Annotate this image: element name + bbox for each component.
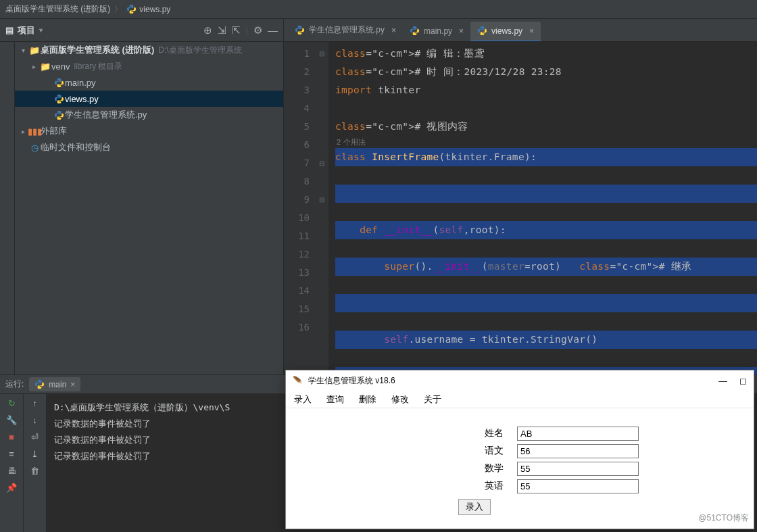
tree-label: 桌面版学生管理系统 (进阶版) [41, 44, 154, 56]
print-icon[interactable]: 🖶 [7, 466, 16, 476]
expand-all-icon[interactable]: ⇲ [218, 24, 226, 37]
form: 姓名语文数学英语 [286, 408, 754, 495]
layout-icon[interactable]: ≡ [9, 449, 14, 459]
tab-file[interactable]: views.py × [470, 22, 541, 41]
menu-item[interactable]: 查询 [326, 393, 344, 406]
field-label: 语文 [462, 445, 504, 457]
python-icon [126, 4, 137, 14]
menu-item[interactable]: 关于 [424, 393, 441, 406]
folder-icon: 📁 [39, 62, 51, 72]
left-gutter [0, 42, 15, 374]
text-input[interactable] [517, 462, 639, 476]
chevron-right-icon[interactable]: ▸ [28, 63, 39, 70]
code-area[interactable]: class="c-cm"># 编 辑：墨鸢 class="c-cm"># 时 间… [328, 42, 757, 374]
python-icon [410, 26, 420, 36]
tree-path: D:\桌面版学生管理系统 [158, 45, 241, 56]
window-title: 学生信息管理系统 v18.6 [308, 375, 395, 387]
submit-button[interactable]: 录入 [458, 499, 491, 515]
tree-scratches[interactable]: ◷ 临时文件和控制台 [15, 139, 283, 155]
project-panel-title: 项目 [18, 24, 35, 37]
menu-item[interactable]: 录入 [294, 393, 312, 406]
scroll-end-icon[interactable]: ⤓ [31, 449, 39, 459]
close-icon[interactable]: × [459, 26, 464, 36]
menu-item[interactable]: 修改 [391, 393, 409, 406]
tree-file[interactable]: 学生信息管理系统.py [15, 107, 283, 123]
tab-file[interactable]: main.py × [403, 22, 470, 41]
project-tree[interactable]: ▾ 📁 桌面版学生管理系统 (进阶版) D:\桌面版学生管理系统 ▸ 📁 ven… [15, 42, 284, 374]
tree-root[interactable]: ▾ 📁 桌面版学生管理系统 (进阶版) D:\桌面版学生管理系统 [15, 42, 283, 58]
fold-gutter[interactable]: ⊟⊟⊟ [315, 42, 328, 374]
folder-icon: 📁 [28, 45, 41, 55]
text-input[interactable] [517, 444, 639, 458]
run-toolbar-left: ↻ 🔧 ■ ≡ 🖶 📌 [0, 394, 23, 532]
pin-icon[interactable]: 📌 [6, 483, 17, 493]
python-icon [34, 379, 45, 389]
run-title: 运行: [5, 379, 24, 390]
feather-icon: 🪶 [293, 376, 303, 385]
python-icon [477, 26, 487, 36]
soft-wrap-icon[interactable]: ⏎ [31, 432, 39, 442]
tree-folder[interactable]: ▸ 📁 venv library 根目录 [15, 58, 283, 74]
library-icon: ▮▮▮ [28, 126, 41, 137]
collapse-all-icon[interactable]: ⇱ [232, 24, 241, 37]
python-icon [53, 78, 65, 88]
python-icon [295, 25, 305, 35]
tree-file[interactable]: main.py [15, 74, 283, 91]
hide-panel-icon[interactable]: — [268, 24, 278, 36]
close-icon[interactable]: × [529, 26, 534, 36]
field-label: 姓名 [462, 427, 504, 439]
window-titlebar[interactable]: 🪶 学生信息管理系统 v18.6 — ◻ [286, 370, 754, 391]
field-label: 英语 [462, 480, 504, 492]
chevron-down-icon[interactable]: ▾ [18, 47, 28, 54]
run-tab[interactable]: main × [29, 377, 80, 391]
tree-label: 外部库 [41, 125, 67, 137]
maximize-icon[interactable]: ◻ [739, 376, 747, 386]
run-tab-label: main [49, 380, 66, 389]
tree-label: venv [51, 62, 70, 72]
tab-label: views.py [491, 26, 522, 36]
watermark: @51CTO博客 [698, 512, 749, 524]
minimize-icon[interactable]: — [718, 376, 727, 386]
chevron-right-icon: 〉 [114, 3, 122, 15]
menu-item[interactable]: 删除 [359, 393, 376, 406]
scratches-icon: ◷ [28, 143, 41, 153]
breadcrumb: 桌面版学生管理系统 (进阶版) 〉 views.py [0, 0, 757, 19]
breadcrumb-item[interactable]: 桌面版学生管理系统 (进阶版) [5, 3, 110, 15]
gear-icon[interactable]: ⚙ [253, 24, 262, 37]
run-toolbar-inner: ↑ ↓ ⏎ ⤓ 🗑 [23, 394, 46, 532]
tree-file[interactable]: views.py [15, 91, 283, 107]
up-icon[interactable]: ↑ [32, 398, 37, 408]
app-window: 🪶 学生信息管理系统 v18.6 — ◻ 录入查询删除修改关于 姓名语文数学英语… [285, 370, 754, 529]
breadcrumb-item[interactable]: views.py [139, 5, 170, 14]
rerun-icon[interactable]: ↻ [8, 398, 16, 408]
tab-label: main.py [424, 26, 452, 36]
text-input[interactable] [517, 427, 639, 441]
project-panel-header: ▤ 项目 ▾ ⊕ ⇲ ⇱ | ⚙ — [0, 19, 284, 41]
tree-label: 临时文件和控制台 [41, 141, 111, 153]
python-icon [53, 110, 65, 120]
locate-icon[interactable]: ⊕ [203, 24, 212, 37]
tree-external-libs[interactable]: ▸ ▮▮▮ 外部库 [15, 123, 283, 139]
trash-icon[interactable]: 🗑 [30, 466, 39, 476]
python-icon [53, 94, 65, 104]
editor-tabs: 学生信息管理系统.py × main.py × views.py × [284, 19, 757, 41]
stop-icon[interactable]: ■ [9, 432, 14, 442]
field-label: 数学 [462, 462, 504, 475]
tree-label: 学生信息管理系统.py [65, 109, 147, 121]
down-icon[interactable]: ↓ [32, 415, 37, 425]
tree-label: main.py [65, 78, 96, 88]
tab-file[interactable]: 学生信息管理系统.py × [288, 20, 403, 41]
line-gutter: 12345678910111213141516 [284, 42, 315, 374]
tree-hint: library 根目录 [74, 61, 122, 72]
close-icon[interactable]: × [391, 26, 396, 35]
wrench-icon[interactable]: 🔧 [6, 415, 17, 425]
tab-label: 学生信息管理系统.py [309, 24, 385, 36]
dropdown-icon[interactable]: ▾ [39, 26, 43, 34]
code-editor[interactable]: 12345678910111213141516 ⊟⊟⊟ class="c-cm"… [284, 42, 757, 374]
menubar: 录入查询删除修改关于 [286, 391, 754, 408]
tool-window-icon: ▤ [5, 25, 14, 35]
tree-label: views.py [65, 94, 99, 104]
close-icon[interactable]: × [70, 380, 75, 389]
text-input[interactable] [517, 479, 639, 493]
